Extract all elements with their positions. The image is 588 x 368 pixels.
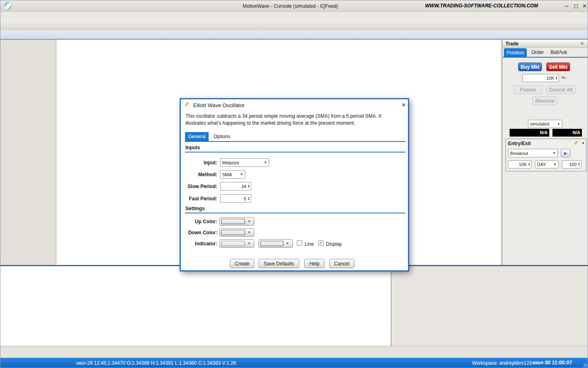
quantity-presets-icon[interactable]: ≡▾ — [561, 75, 566, 80]
position-box: N/A — [510, 129, 549, 137]
tif-select[interactable]: DAY▼ — [535, 160, 559, 168]
motivewave-window: MotiveWave - Console (simulated - IQFeed… — [0, 0, 588, 368]
offset-value[interactable]: 100 — [564, 162, 578, 167]
display-checkbox-label: Display — [326, 241, 342, 247]
dialog-description-line2: illustrates what's happening to the mark… — [185, 120, 406, 126]
cancel-button[interactable]: Cancel — [329, 259, 354, 268]
chart-tab-row — [0, 30, 588, 39]
motivewave-logo-icon — [3, 2, 12, 11]
run-strategy-button[interactable]: ▶ — [561, 149, 570, 157]
fast-period-label: Fast Period: — [181, 196, 217, 202]
dialog-description-line1: This oscillator subtracts a 34 period si… — [185, 113, 406, 119]
trade-quantity-value[interactable]: 10K — [524, 76, 555, 81]
trade-tab-order[interactable]: Order — [531, 49, 544, 55]
line-checkbox-label: Line — [305, 241, 314, 247]
trade-tabs-underline — [503, 57, 588, 58]
input-select[interactable]: Midpoint▼ — [220, 158, 269, 167]
strategy-value: Breakout — [510, 151, 528, 156]
down-color-picker[interactable]: ▼ — [219, 228, 254, 237]
workspace-label: Workspace: andreybbrv123 — [472, 360, 532, 366]
price-axis[interactable] — [473, 40, 501, 265]
up-color-picker[interactable]: ▼ — [219, 217, 254, 226]
help-button[interactable]: Help — [304, 259, 325, 268]
up-color-swatch — [221, 219, 245, 224]
dialog-pencil-icon: ✎ — [184, 101, 189, 108]
input-value: Midpoint — [222, 160, 239, 165]
inputs-section-label: Inputs — [185, 145, 200, 150]
dialog-tabs-underline — [185, 141, 405, 142]
trade-panel-header: Trade ✕ — [503, 40, 588, 48]
pnl-box: N/A — [552, 129, 582, 137]
entry-exit-edit-icon[interactable]: ✎ — [574, 140, 578, 146]
entry-quantity-stepper[interactable]: 10K▲▼ — [508, 160, 532, 168]
inputs-section-rule — [185, 152, 405, 153]
components-panel — [0, 40, 56, 265]
entry-exit-title: Entry/Exit — [508, 141, 531, 146]
dialog-tab-general[interactable]: General — [185, 132, 209, 141]
trade-quantity-stepper[interactable]: 10K▲▼ — [522, 74, 559, 82]
minimize-button[interactable]: ─ — [565, 3, 568, 9]
trade-tab-bidask[interactable]: Bid/Ask — [550, 49, 567, 55]
trade-tab-position[interactable]: Position — [504, 48, 527, 57]
indicator-color-swatch — [221, 241, 245, 246]
up-color-label: Up Color: — [181, 219, 217, 224]
buy-mkt-button[interactable]: Buy Mkt — [518, 63, 542, 71]
watchlist-panel — [0, 266, 392, 346]
resize-grip[interactable] — [584, 364, 587, 367]
title-bar: MotiveWave - Console (simulated - IQFeed… — [0, 0, 588, 12]
flatten-button[interactable]: Flatten — [514, 85, 542, 94]
display-checkbox[interactable]: ✓ — [318, 240, 323, 246]
page-tabs-bar — [0, 346, 588, 358]
method-field-label: Method: — [181, 172, 217, 177]
fast-period-stepper[interactable]: 5▲▼ — [220, 194, 251, 203]
close-button[interactable]: ✕ — [582, 3, 587, 9]
indicator-line-color-swatch — [261, 241, 283, 246]
save-defaults-button[interactable]: Save Defaults — [258, 259, 299, 268]
watermark-text: WWW.TRADING-SOFTWARE-COLLECTION.COM — [425, 3, 548, 9]
down-color-label: Down Color: — [181, 230, 217, 236]
slow-period-stepper[interactable]: 34▲▼ — [220, 182, 251, 191]
account-value: simulated — [530, 121, 549, 126]
trade-panel: Trade ✕ Position Order Bid/Ask Buy Mkt S… — [503, 40, 588, 265]
down-color-swatch — [221, 230, 245, 235]
quote-status-text: июл-29 12:45,1.34470 O:1.34369 H:1.34391… — [76, 360, 236, 366]
slow-period-label: Slow Period: — [181, 184, 217, 189]
status-bar: июл-29 12:45,1.34470 O:1.34369 H:1.34391… — [0, 358, 588, 368]
account-select[interactable]: simulated▼ — [528, 120, 562, 128]
entry-exit-collapse-icon[interactable]: ▼ — [581, 141, 585, 145]
offset-stepper[interactable]: 100▲▼ — [562, 160, 581, 168]
settings-section-rule — [185, 213, 405, 213]
trade-title: Trade — [506, 41, 519, 47]
entry-quantity-value[interactable]: 10K — [510, 162, 528, 167]
window-title: MotiveWave - Console (simulated - IQFeed… — [205, 3, 376, 9]
dialog-tab-options[interactable]: Options — [214, 134, 230, 139]
dialog-close-icon[interactable]: ✕ — [401, 102, 406, 108]
menu-bar — [0, 12, 588, 20]
slow-period-value[interactable]: 34 — [222, 184, 247, 189]
index-widgets-panel — [392, 266, 588, 346]
dialog-title: Elliott Wave Oscillator — [193, 102, 245, 108]
elliott-wave-oscillator-dialog: ✎ Elliott Wave Oscillator ✕ This oscilla… — [180, 99, 409, 271]
status-datetime: июл-30 11:05:07 — [532, 360, 572, 366]
cancel-all-button[interactable]: Cancel All — [546, 85, 576, 94]
sell-mkt-button[interactable]: Sell Mkt — [546, 63, 570, 71]
method-value: SMA — [222, 172, 232, 177]
strategy-select[interactable]: Breakout▼ — [508, 149, 558, 157]
maximize-button[interactable]: ◻ — [574, 3, 578, 9]
indicator-color-picker[interactable]: ▼ — [219, 239, 254, 248]
indicator-label: Indicator: — [181, 241, 217, 247]
line-checkbox[interactable] — [297, 240, 302, 246]
entry-exit-box: Entry/Exit ✎ ▼ Breakout▼ ▶ 10K▲▼ DAY▼ 10… — [506, 139, 586, 171]
reverse-button[interactable]: Reverse — [532, 96, 557, 105]
fast-period-value[interactable]: 5 — [222, 196, 247, 201]
create-button[interactable]: Create — [230, 259, 254, 268]
indicator-line-color-picker[interactable]: ▼ — [258, 239, 293, 248]
settings-section-label: Settings — [185, 206, 205, 211]
input-field-label: Input: — [181, 160, 217, 166]
tif-value: DAY — [537, 162, 546, 167]
trade-close-icon[interactable]: ✕ — [580, 41, 584, 46]
method-select[interactable]: SMA▼ — [220, 170, 245, 179]
main-toolbar — [0, 20, 588, 30]
